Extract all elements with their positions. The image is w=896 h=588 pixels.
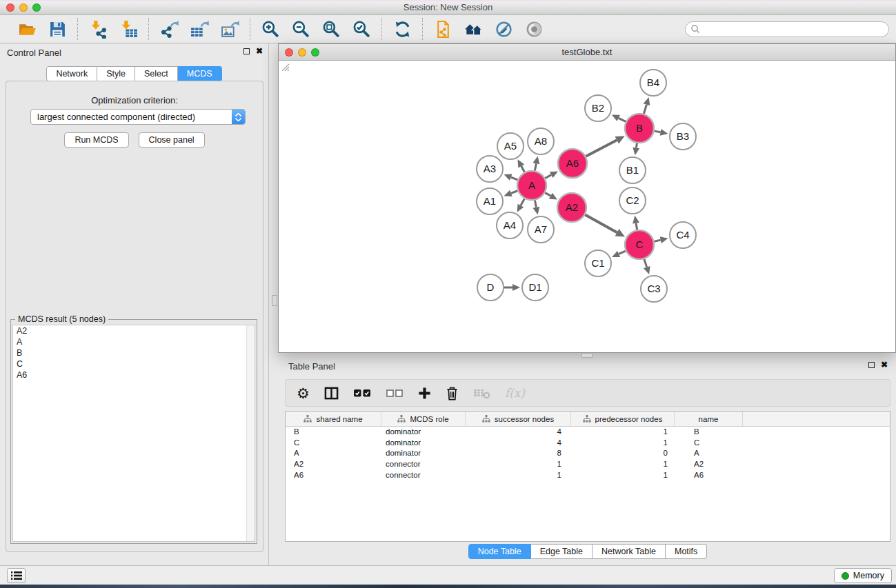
graph-node-B1[interactable]: B1 [619, 157, 646, 183]
export-table-button[interactable] [186, 18, 212, 40]
cell-MCDS-role[interactable]: dominator [381, 438, 466, 449]
graph-node-A7[interactable]: A7 [528, 216, 554, 243]
result-list-item[interactable]: A6 [13, 369, 255, 381]
result-list-item[interactable]: A [13, 336, 255, 347]
graph-node-B4[interactable]: B4 [640, 70, 666, 96]
search-box[interactable] [685, 21, 889, 37]
graph-edge-A-A6[interactable] [545, 171, 558, 178]
graph-node-A[interactable]: A [517, 171, 546, 200]
graph-node-A1[interactable]: A1 [477, 188, 503, 214]
graph-edge-B-B3[interactable] [655, 129, 668, 136]
graph-node-D[interactable]: D [477, 274, 504, 301]
graph-node-A5[interactable]: A5 [497, 133, 524, 159]
search-input[interactable] [701, 23, 888, 36]
gear-button[interactable]: ⚙ [297, 386, 310, 401]
tab-node-table[interactable]: Node Table [468, 544, 531, 559]
cell-shared-name[interactable]: C [286, 438, 381, 449]
window-resize-grip[interactable] [279, 61, 290, 72]
cell-successor-nodes[interactable]: 8 [466, 448, 571, 459]
column-header-predecessor-nodes[interactable]: predecessor nodes [571, 412, 675, 426]
graph-node-B2[interactable]: B2 [585, 95, 611, 121]
graph-node-A6[interactable]: A6 [558, 149, 587, 178]
cell-name[interactable]: A [675, 448, 743, 459]
import-network-button[interactable] [85, 18, 111, 40]
run-mcds-button[interactable]: Run MCDS [64, 132, 128, 148]
pen-slash-button[interactable] [490, 18, 517, 40]
column-header-shared-name[interactable]: shared name [286, 412, 381, 426]
table-row[interactable]: A6connector11A6 [286, 470, 890, 481]
graph-edge-B-B2[interactable] [612, 115, 626, 122]
cell-MCDS-role[interactable]: connector [381, 459, 466, 470]
close-panel-button[interactable]: Close panel [139, 132, 205, 148]
table-row[interactable]: Bdominator41B [286, 427, 890, 438]
unchecked-boxes-button[interactable] [386, 389, 404, 398]
graph-node-B3[interactable]: B3 [670, 123, 696, 150]
close-table-panel-icon[interactable]: ✖ [881, 361, 888, 369]
save-button[interactable] [44, 18, 70, 40]
cell-empty[interactable] [743, 459, 890, 470]
cell-name[interactable]: A6 [675, 470, 743, 481]
graph-edge-D-D1[interactable] [504, 284, 520, 291]
zoom-out-button[interactable] [288, 18, 314, 40]
graph-node-C1[interactable]: C1 [585, 250, 611, 276]
cell-shared-name[interactable]: A6 [286, 470, 381, 481]
table-row[interactable]: Cdominator41C [286, 438, 890, 449]
cell-name[interactable]: C [675, 438, 743, 449]
cell-predecessor-nodes[interactable]: 1 [571, 470, 675, 481]
cell-empty[interactable] [743, 427, 890, 438]
network-canvas[interactable]: B4B2BB3A5A8A6B1A3AA1C2A2A4A7C4CC1C3DD1 [279, 61, 895, 352]
float-table-panel-icon[interactable] [868, 362, 875, 368]
cell-successor-nodes[interactable]: 1 [466, 470, 571, 481]
graph-edge-B-B1[interactable] [633, 143, 639, 156]
graph-node-A2[interactable]: A2 [557, 193, 586, 222]
graph-node-C[interactable]: C [625, 230, 654, 259]
tab-motifs[interactable]: Motifs [666, 544, 707, 559]
cell-predecessor-nodes[interactable]: 1 [571, 438, 675, 449]
graph-edge-A6-B[interactable] [586, 136, 624, 156]
refresh-button[interactable] [389, 18, 415, 40]
graph-node-D1[interactable]: D1 [522, 274, 548, 301]
tab-edge-table[interactable]: Edge Table [531, 544, 593, 559]
graph-node-C2[interactable]: C2 [619, 187, 646, 214]
open-folder-button[interactable] [14, 18, 40, 40]
export-network-button[interactable] [156, 18, 182, 40]
graph-edge-A-A5[interactable] [518, 159, 525, 172]
eye-button[interactable] [521, 18, 547, 40]
result-list-item[interactable]: B [13, 347, 255, 358]
cell-shared-name[interactable]: A2 [286, 459, 381, 470]
graph-edge-A2-C[interactable] [585, 215, 625, 237]
result-list-item[interactable]: C [13, 358, 255, 369]
table-row[interactable]: A2connector11A2 [286, 459, 890, 470]
cell-successor-nodes[interactable]: 4 [466, 438, 571, 449]
plus-button[interactable] [418, 387, 431, 400]
tab-style[interactable]: Style [97, 66, 135, 81]
cell-empty[interactable] [743, 448, 890, 459]
cell-name[interactable]: A2 [675, 459, 743, 470]
close-panel-icon[interactable]: ✖ [256, 48, 263, 55]
tab-network[interactable]: Network [46, 66, 97, 81]
split-columns-button[interactable] [324, 386, 339, 401]
cell-predecessor-nodes[interactable]: 0 [571, 448, 675, 459]
cell-MCDS-role[interactable]: dominator [381, 427, 466, 438]
result-list-item[interactable]: A2 [13, 325, 255, 336]
tab-mcds[interactable]: MCDS [178, 66, 222, 81]
column-header-successor-nodes[interactable]: successor nodes [466, 412, 571, 426]
memory-button[interactable]: Memory [834, 568, 892, 583]
cell-successor-nodes[interactable]: 1 [466, 459, 571, 470]
cell-shared-name[interactable]: B [286, 427, 381, 438]
cell-MCDS-role[interactable]: dominator [381, 448, 466, 459]
import-table-button[interactable] [115, 18, 141, 40]
tab-network-table[interactable]: Network Table [593, 544, 666, 559]
cell-empty[interactable] [743, 438, 890, 449]
graph-edge-A-A8[interactable] [533, 156, 540, 171]
cell-predecessor-nodes[interactable]: 1 [571, 459, 675, 470]
graph-edge-C-C1[interactable] [612, 251, 626, 257]
document-network-button[interactable] [430, 18, 456, 40]
zoom-fit-button[interactable] [318, 18, 344, 40]
graph-edge-A-A1[interactable] [504, 190, 518, 196]
cell-name[interactable]: B [675, 427, 743, 438]
column-header-name[interactable]: name [675, 412, 743, 426]
table-row[interactable]: Adominator80A [286, 448, 890, 459]
graph-node-A3[interactable]: A3 [477, 156, 503, 182]
graph-node-B[interactable]: B [625, 114, 654, 143]
